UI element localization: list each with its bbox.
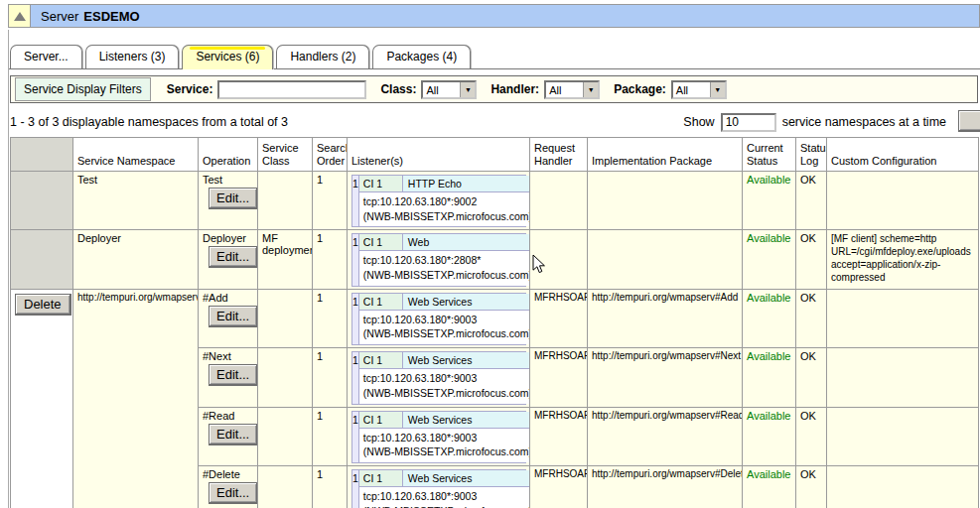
operation-cell: #Next Edit... <box>199 348 258 407</box>
operation-name: #Next <box>203 350 253 362</box>
namespace-count-summary: 1 - 3 of 3 displayable namespaces from a… <box>10 115 288 129</box>
listener-box: 1 CI 1 Web Services tcp:10.120.63.180*:9… <box>351 293 526 345</box>
listener-conversation: CI 1 <box>359 176 403 191</box>
listener-address: tcp:10.120.63.180*:9003 <box>363 489 530 504</box>
header-status-log: Status Log <box>796 138 827 172</box>
status-log-cell: OK <box>796 407 827 465</box>
handler-filter-label: Handler: <box>490 82 539 96</box>
listener-host: (NWB-MBISSETXP.microfocus.com) <box>363 504 530 508</box>
tab-server[interactable]: Server... <box>10 45 82 68</box>
show-suffix-label: service namespaces at a time <box>782 115 946 129</box>
tab-label: Packages (4) <box>386 50 457 64</box>
listener-index: 1 <box>352 352 359 403</box>
listener-index: 1 <box>352 294 359 344</box>
service-filter-input[interactable] <box>217 80 366 99</box>
show-count-group: Show service namespaces at a time <box>683 113 946 132</box>
status-cell: Available <box>743 465 796 508</box>
operation-cell: Deployer Edit... <box>199 230 258 289</box>
implementation-cell: http://tempuri.org/wmapserv#Add <box>588 289 743 347</box>
header-service-namespace: Service Namespace <box>73 138 199 172</box>
dropdown-arrow-icon: ▼ <box>583 82 598 97</box>
show-label: Show <box>683 115 714 129</box>
listener-box: 1 CI 1 HTTP Echo tcp:10.120.63.180*:9002… <box>351 175 526 227</box>
edit-button[interactable]: Edit... <box>209 424 258 445</box>
class-filter-value: All <box>423 82 460 97</box>
listener-conversation: CI 1 <box>359 352 403 368</box>
tab-packages[interactable]: Packages (4) <box>372 45 471 68</box>
header-current-status: Current Status <box>743 138 796 172</box>
server-name: ESDEMO <box>83 9 139 24</box>
listener-cell: 1 CI 1 Web Services tcp:10.120.63.180*:9… <box>348 289 530 347</box>
table-row: Test Test Edit... 1 1 CI 1 HTTP Echo tcp… <box>11 172 979 230</box>
status-cell: Available <box>743 407 796 465</box>
handler-filter-select[interactable]: All ▼ <box>544 80 600 99</box>
operation-name: #Delete <box>203 468 253 480</box>
tab-listeners[interactable]: Listeners (3) <box>85 45 180 68</box>
handler-filter-value: All <box>546 82 583 97</box>
listener-cell: 1 CI 1 Web Services tcp:10.120.63.180*:9… <box>348 407 530 465</box>
service-class-cell: MF deployment <box>258 230 313 289</box>
operation-cell: #Delete Edit... <box>199 465 258 508</box>
status-log-cell: OK <box>796 172 827 230</box>
listener-index: 1 <box>352 176 359 226</box>
implementation-cell <box>588 172 743 230</box>
custom-config-cell: [MF client] scheme=http URL=/cgi/mfdeplo… <box>827 230 979 289</box>
tab-handlers[interactable]: Handlers (2) <box>276 45 369 68</box>
implementation-cell: http://tempuri.org/wmapserv#Next <box>588 348 743 407</box>
header-service-class: Service Class <box>258 138 313 172</box>
listener-type: Web Services <box>403 470 530 486</box>
operation-name: Test <box>203 174 253 186</box>
edit-button[interactable]: Edit... <box>209 364 258 386</box>
header-request-handler: Request Handler <box>530 138 588 172</box>
custom-config-cell <box>827 172 979 230</box>
service-filter-label: Service: <box>167 82 213 96</box>
package-filter-select[interactable]: All ▼ <box>671 80 727 99</box>
filter-title: Service Display Filters <box>15 77 151 101</box>
next-page-button[interactable] <box>958 110 980 132</box>
listener-type: Web Services <box>403 294 530 310</box>
status-log-cell: OK <box>796 465 827 508</box>
tab-label: Handlers (2) <box>290 50 355 64</box>
listener-host: (NWB-MBISSETXP.microfocus.com) <box>363 386 530 401</box>
tab-label: Services (6) <box>196 50 259 64</box>
operation-name: #Add <box>203 292 253 304</box>
class-filter-select[interactable]: All ▼ <box>421 80 477 99</box>
listener-address: tcp:10.120.63.180*:9003 <box>363 371 530 386</box>
listener-index: 1 <box>352 470 359 508</box>
tab-services[interactable]: Services (6) <box>182 45 273 69</box>
header-listeners: Listener(s) <box>348 138 530 172</box>
listener-address: tcp:10.120.63.180*:9003 <box>363 313 530 327</box>
listener-host: (NWB-MBISSETXP.microfocus.com) <box>363 268 530 283</box>
header-operation: Operation <box>199 138 258 172</box>
request-handler-cell: MFRHSOAP <box>530 348 588 407</box>
status-log-cell: OK <box>796 348 827 407</box>
request-handler-cell: MFRHSOAP <box>530 407 588 465</box>
edit-button[interactable]: Edit... <box>209 306 258 327</box>
edit-button[interactable]: Edit... <box>209 246 258 268</box>
edit-button[interactable]: Edit... <box>209 482 258 504</box>
header-actions <box>11 138 73 172</box>
edit-button[interactable]: Edit... <box>209 188 258 209</box>
listener-type: HTTP Echo <box>403 176 530 191</box>
header-search-order: Search Order <box>313 138 348 172</box>
filter-bar: Service Display Filters Service: Class: … <box>10 75 978 103</box>
delete-button[interactable]: Delete <box>15 294 71 316</box>
search-order-cell: 1 <box>313 465 348 508</box>
collapse-button[interactable] <box>8 4 31 28</box>
listener-host: (NWB-MBISSETXP.microfocus.com) <box>363 444 530 459</box>
request-handler-cell: MFRHSOAP <box>530 289 588 347</box>
actions-cell: Delete <box>11 289 73 508</box>
listener-type: Web Services <box>403 352 530 368</box>
operation-name: #Read <box>203 410 253 422</box>
listener-address: tcp:10.120.63.180*:9003 <box>363 431 530 445</box>
search-order-cell: 1 <box>313 172 348 230</box>
listener-index: 1 <box>352 412 359 462</box>
show-count-input[interactable] <box>721 113 776 132</box>
listener-address: tcp:10.120.63.180*:9002 <box>363 194 530 209</box>
listener-conversation: CI 1 <box>359 234 403 250</box>
status-cell: Available <box>743 172 796 230</box>
request-handler-cell: MFRHSOAP <box>530 465 588 508</box>
tab-label: Listeners (3) <box>99 50 166 64</box>
package-filter-value: All <box>673 82 710 97</box>
listener-index: 1 <box>352 234 359 285</box>
